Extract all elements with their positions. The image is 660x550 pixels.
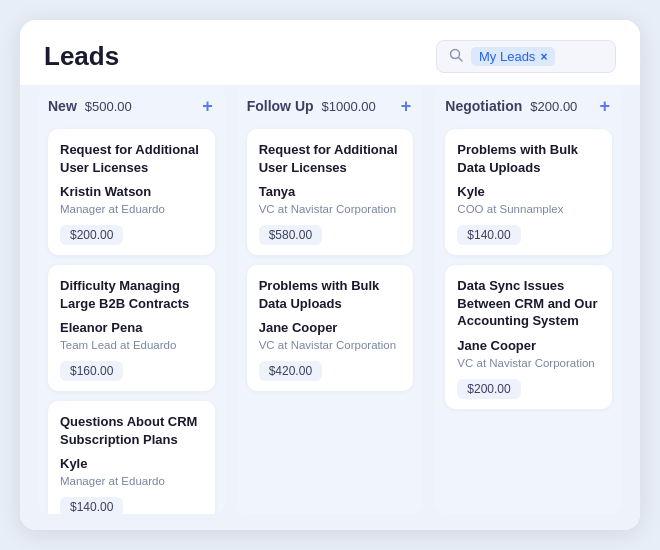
column-header-negotiation: Negotiation$200.00+ — [445, 97, 612, 115]
column-new: New$500.00+Request for Additional User L… — [38, 85, 225, 514]
column-amount-negotiation: $200.00 — [530, 99, 577, 114]
header: Leads My Leads × — [20, 20, 640, 85]
card-follow-up-0[interactable]: Request for Additional User LicensesTany… — [247, 129, 414, 255]
column-title-negotiation: Negotiation — [445, 98, 522, 114]
card-contact-role: Manager at Eduardo — [60, 203, 203, 215]
filter-tag-label: My Leads — [479, 49, 535, 64]
card-contact-role: Manager at Eduardo — [60, 475, 203, 487]
card-contact-role: VC at Navistar Corporation — [259, 339, 402, 351]
column-follow-up: Follow Up$1000.00+Request for Additional… — [237, 85, 424, 514]
card-negotiation-1[interactable]: Data Sync Issues Between CRM and Our Acc… — [445, 265, 612, 409]
card-title: Problems with Bulk Data Uploads — [457, 141, 600, 176]
card-contact-name: Kristin Watson — [60, 184, 203, 199]
add-card-button-negotiation[interactable]: + — [598, 97, 613, 115]
column-amount-follow-up: $1000.00 — [322, 99, 376, 114]
card-amount-badge: $140.00 — [457, 225, 520, 245]
card-title: Difficulty Managing Large B2B Contracts — [60, 277, 203, 312]
card-contact-name: Kyle — [60, 456, 203, 471]
filter-tag-close[interactable]: × — [540, 51, 547, 63]
card-contact-name: Jane Cooper — [457, 338, 600, 353]
card-contact-name: Tanya — [259, 184, 402, 199]
card-amount-badge: $160.00 — [60, 361, 123, 381]
card-amount-badge: $140.00 — [60, 497, 123, 514]
card-title: Request for Additional User Licenses — [60, 141, 203, 176]
card-new-2[interactable]: Questions About CRM Subscription PlansKy… — [48, 401, 215, 514]
column-header-follow-up: Follow Up$1000.00+ — [247, 97, 414, 115]
card-contact-role: VC at Navistar Corporation — [259, 203, 402, 215]
card-contact-role: COO at Sunnamplex — [457, 203, 600, 215]
columns-area: New$500.00+Request for Additional User L… — [20, 85, 640, 530]
card-negotiation-0[interactable]: Problems with Bulk Data UploadsKyleCOO a… — [445, 129, 612, 255]
filter-tag[interactable]: My Leads × — [471, 47, 555, 66]
card-title: Questions About CRM Subscription Plans — [60, 413, 203, 448]
add-card-button-new[interactable]: + — [200, 97, 215, 115]
card-follow-up-1[interactable]: Problems with Bulk Data UploadsJane Coop… — [247, 265, 414, 391]
column-header-new: New$500.00+ — [48, 97, 215, 115]
card-title: Request for Additional User Licenses — [259, 141, 402, 176]
card-amount-badge: $200.00 — [60, 225, 123, 245]
search-bar[interactable]: My Leads × — [436, 40, 616, 73]
card-contact-role: Team Lead at Eduardo — [60, 339, 203, 351]
card-amount-badge: $420.00 — [259, 361, 322, 381]
column-negotiation: Negotiation$200.00+Problems with Bulk Da… — [435, 85, 622, 514]
card-contact-role: VC at Navistar Corporation — [457, 357, 600, 369]
column-title-follow-up: Follow Up — [247, 98, 314, 114]
card-amount-badge: $580.00 — [259, 225, 322, 245]
column-header-left: Negotiation$200.00 — [445, 98, 577, 114]
card-contact-name: Kyle — [457, 184, 600, 199]
svg-line-1 — [459, 58, 463, 62]
card-new-1[interactable]: Difficulty Managing Large B2B ContractsE… — [48, 265, 215, 391]
card-amount-badge: $200.00 — [457, 379, 520, 399]
card-title: Problems with Bulk Data Uploads — [259, 277, 402, 312]
card-contact-name: Jane Cooper — [259, 320, 402, 335]
page-title: Leads — [44, 41, 119, 72]
card-title: Data Sync Issues Between CRM and Our Acc… — [457, 277, 600, 330]
app-container: Leads My Leads × New$500.00+Request for … — [20, 20, 640, 530]
add-card-button-follow-up[interactable]: + — [399, 97, 414, 115]
card-contact-name: Eleanor Pena — [60, 320, 203, 335]
column-amount-new: $500.00 — [85, 99, 132, 114]
column-header-left: New$500.00 — [48, 98, 132, 114]
column-title-new: New — [48, 98, 77, 114]
column-header-left: Follow Up$1000.00 — [247, 98, 376, 114]
search-icon — [449, 48, 463, 65]
card-new-0[interactable]: Request for Additional User LicensesKris… — [48, 129, 215, 255]
